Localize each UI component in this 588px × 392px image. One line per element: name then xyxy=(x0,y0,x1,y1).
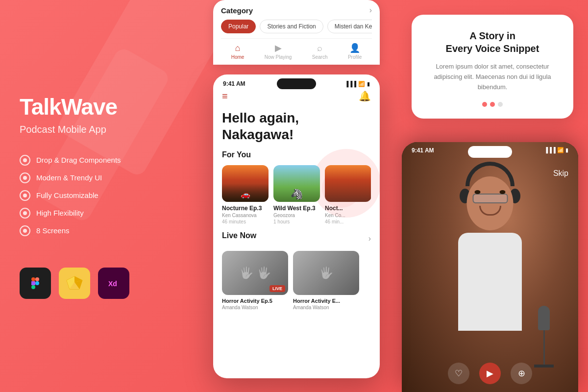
bottom-nav: ⌂ Home ▶ Now Playing ⌕ Search 👤 Profile xyxy=(221,38,372,63)
feature-item-1: Drop & Drag Components xyxy=(20,155,196,166)
svg-rect-1 xyxy=(35,277,39,281)
mic-pole xyxy=(543,330,545,365)
app-title: TalkWave xyxy=(20,94,196,120)
nav-profile[interactable]: 👤 Profile xyxy=(348,43,362,60)
figma-icon xyxy=(20,268,51,299)
app-tagline: Podcast Mobile App xyxy=(20,124,196,135)
feature-item-2: Modern & Trendy UI xyxy=(20,172,196,183)
svg-text:Xd: Xd xyxy=(108,280,117,288)
nav-search-label: Search xyxy=(312,54,328,60)
feature-icon-3 xyxy=(20,190,30,201)
feature-item-4: High Flexibility xyxy=(20,208,196,219)
dot-indicators xyxy=(425,102,560,107)
greeting: Hello again, Nakagawa! xyxy=(222,110,371,143)
status-time: 9:41 AM xyxy=(223,80,245,87)
left-panel: TalkWave Podcast Mobile App Drop & Drag … xyxy=(20,0,196,392)
dot-3[interactable] xyxy=(498,102,503,107)
photo-status-time: 9:41 AM xyxy=(412,147,434,154)
skip-button[interactable]: Skip xyxy=(553,169,568,178)
live-name-1: Horror Activity Ep.5 xyxy=(222,298,288,304)
svg-rect-4 xyxy=(31,285,35,289)
feature-icon-1 xyxy=(20,155,30,166)
podcast-duration-3: 46 min... xyxy=(325,219,371,224)
mic-capsule xyxy=(538,306,550,330)
category-phone-inner: Category › Popular Stories and Fiction M… xyxy=(221,6,372,65)
menu-icon[interactable]: ≡ xyxy=(222,91,228,102)
nav-home-label: Home xyxy=(231,54,245,60)
dot-1[interactable] xyxy=(482,102,487,107)
feature-icon-4 xyxy=(20,208,30,219)
svg-rect-0 xyxy=(31,277,35,281)
notification-bell-icon[interactable]: 🔔 xyxy=(359,90,371,102)
horror-hand-left-icon: 🖐 xyxy=(239,266,254,280)
photo-background xyxy=(402,142,578,392)
photo-phone-notch xyxy=(468,146,512,158)
nav-now-playing[interactable]: ▶ Now Playing xyxy=(265,43,292,60)
category-chevron-icon[interactable]: › xyxy=(369,6,372,15)
phone-notch xyxy=(277,78,316,89)
nav-home[interactable]: ⌂ Home xyxy=(231,43,245,60)
status-bar: 9:41 AM ▐▐▐ 📶 ▮ xyxy=(213,74,380,90)
middle-section: Category › Popular Stories and Fiction M… xyxy=(203,0,390,392)
action-button-1[interactable]: ♡ xyxy=(448,363,469,384)
chip-popular[interactable]: Popular xyxy=(221,20,256,33)
live-cards: 🖐 🖐 LIVE Horror Activity Ep.5 Amanda Wat… xyxy=(222,251,371,310)
search-icon: ⌕ xyxy=(317,43,322,53)
live-name-2: Horror Activity E... xyxy=(293,298,359,304)
phone-bottom-actions: ♡ ▶ ⊕ xyxy=(402,363,578,384)
svg-rect-2 xyxy=(31,281,35,285)
action-button-2-red[interactable]: ▶ xyxy=(479,363,501,384)
live-card-2[interactable]: 🖐 Horror Activity E... Amanda Watson xyxy=(293,251,359,310)
action-button-3[interactable]: ⊕ xyxy=(511,363,532,384)
live-now-label: Live Now xyxy=(222,231,256,240)
sunset-image xyxy=(222,165,269,202)
greeting-line2: Nakagawa! xyxy=(222,127,294,142)
nav-playing-label: Now Playing xyxy=(265,54,292,60)
nocturne2-image xyxy=(325,165,371,202)
podcast-thumb-1 xyxy=(222,165,269,202)
home-icon: ⌂ xyxy=(235,43,241,53)
chip-misteri[interactable]: Misteri dan Kejahata... xyxy=(327,20,372,33)
sketch-icon xyxy=(59,268,90,299)
chip-stories[interactable]: Stories and Fiction xyxy=(260,20,323,33)
play-icon: ▶ xyxy=(275,43,282,53)
podcast-thumb-2 xyxy=(273,165,320,202)
live-section-header: Live Now › xyxy=(222,231,371,246)
podcast-author-1: Ken Cassanova xyxy=(222,213,269,218)
podcast-card-1[interactable]: Nocturne Ep.3 Ken Cassanova 46 minutes xyxy=(222,165,269,224)
live-chevron-icon[interactable]: › xyxy=(368,234,371,243)
tool-icons: Xd xyxy=(20,268,196,299)
category-row: Category › xyxy=(221,6,372,15)
live-badge-1: LIVE xyxy=(270,285,285,292)
feature-item-5: 8 Screens xyxy=(20,225,196,236)
features-list: Drop & Drag Components Modern & Trendy U… xyxy=(20,155,196,243)
host-face xyxy=(467,176,514,230)
podcast-duration-1: 46 minutes xyxy=(222,219,269,224)
photo-status-icons: ▐▐▐ 📶 ▮ xyxy=(544,147,569,154)
main-phone: 9:41 AM ▐▐▐ 📶 ▮ ≡ 🔔 Hello again, Nakagaw… xyxy=(213,74,380,378)
podcast-card-2[interactable]: Wild West Ep.3 Geoozora 1 hours xyxy=(273,165,320,224)
live-card-1[interactable]: 🖐 🖐 LIVE Horror Activity Ep.5 Amanda Wat… xyxy=(222,251,288,310)
story-card-description: Lorem ipsum dolor sit amet, consectetur … xyxy=(425,62,560,92)
horror-hand-right-icon: 🖐 xyxy=(257,266,271,280)
horror-hand2-icon: 🖐 xyxy=(319,266,334,280)
nav-search[interactable]: ⌕ Search xyxy=(312,43,328,60)
right-section: A Story inEvery Voice Snippet Lorem ipsu… xyxy=(397,0,588,392)
feature-icon-5 xyxy=(20,225,30,236)
signal-icon: ▐▐▐ xyxy=(345,81,356,87)
host-eye-right xyxy=(500,190,506,194)
horror-thumb-2: 🖐 xyxy=(293,251,359,295)
horror-thumb-1: 🖐 🖐 LIVE xyxy=(222,251,288,295)
photo-phone: 9:41 AM ▐▐▐ 📶 ▮ xyxy=(402,142,578,392)
status-icons: ▐▐▐ 📶 ▮ xyxy=(345,81,370,87)
host-glasses xyxy=(472,194,508,203)
dot-2[interactable] xyxy=(490,102,495,107)
live-author-2: Amanda Watson xyxy=(293,305,359,310)
podcast-name-1: Nocturne Ep.3 xyxy=(222,205,269,212)
host-eye-left xyxy=(475,190,481,194)
category-chips: Popular Stories and Fiction Misteri dan … xyxy=(221,20,372,33)
story-card: A Story inEvery Voice Snippet Lorem ipsu… xyxy=(412,15,573,119)
feature-item-3: Fully Customizable xyxy=(20,190,196,201)
zebra-image xyxy=(273,165,320,202)
live-author-1: Amanda Watson xyxy=(222,305,288,310)
